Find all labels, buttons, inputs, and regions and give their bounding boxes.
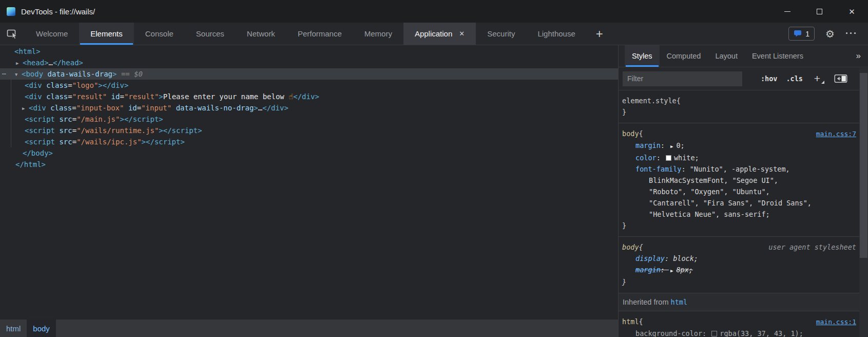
stylesheet-link[interactable]: main.css:7 xyxy=(816,128,856,140)
tab-console[interactable]: Console xyxy=(134,23,185,45)
filter-input[interactable] xyxy=(623,71,742,86)
sidebar-tab-computed[interactable]: Computed xyxy=(660,45,708,67)
settings-gear-icon[interactable]: ⚙ xyxy=(825,28,835,40)
property-value[interactable]: block; xyxy=(673,254,698,263)
inspect-icon xyxy=(6,28,18,40)
dom-node[interactable]: <div class="result" id="result">Please e… xyxy=(0,91,618,102)
sidebar-tab-layout[interactable]: Layout xyxy=(708,45,745,67)
expand-arrow-right-icon[interactable]: ▶ xyxy=(670,268,673,273)
dom-node[interactable]: <script src="/wails/runtime.js"></script… xyxy=(0,125,618,136)
more-options-icon[interactable]: ··· xyxy=(845,28,858,39)
dom-node[interactable]: <div class="logo"></div> xyxy=(0,80,618,91)
expand-arrow-down-icon[interactable]: ▼ xyxy=(15,69,22,80)
dom-node[interactable]: <script src="/wails/ipc.js"></script> xyxy=(0,136,618,147)
rule-selector[interactable]: html xyxy=(622,316,639,327)
inherited-node-link[interactable]: html xyxy=(671,298,688,306)
property-value[interactable]: rgba(33, 37, 43, 1); xyxy=(720,329,803,337)
node-content: ▶<div class="input-box" id="input" data-… xyxy=(0,102,288,114)
dom-node[interactable]: </body> xyxy=(0,147,618,159)
tab-performance[interactable]: Performance xyxy=(286,23,353,45)
node-content: <script src="/wails/ipc.js"></script> xyxy=(0,136,185,147)
property-name[interactable]: margin xyxy=(635,141,661,149)
token-attr: data-wails-drag xyxy=(43,70,112,78)
issues-counter-button[interactable]: 1 xyxy=(788,27,815,41)
token-text: = xyxy=(137,104,141,112)
css-property[interactable]: display: block; xyxy=(622,253,856,264)
breadcrumb-body[interactable]: body xyxy=(27,320,56,337)
tab-sources[interactable]: Sources xyxy=(185,23,236,45)
tab-elements[interactable]: Elements xyxy=(79,23,134,45)
color-swatch[interactable] xyxy=(666,155,671,161)
new-style-rule-button[interactable]: + xyxy=(813,72,822,85)
close-tab-icon[interactable]: ✕ xyxy=(459,30,465,38)
tab-label: Console xyxy=(145,29,173,38)
css-property[interactable]: font-family: "Nunito", -apple-system, xyxy=(622,163,856,175)
sidebar-tab-event-listeners[interactable]: Event Listeners xyxy=(745,45,811,67)
rule-selector-line: body {main.css:7 xyxy=(622,128,856,140)
expand-arrow-right-icon[interactable]: ▶ xyxy=(22,103,29,114)
property-name[interactable]: color xyxy=(635,154,657,162)
tab-lighthouse[interactable]: Lighthouse xyxy=(526,23,586,45)
breadcrumb-html[interactable]: html xyxy=(0,320,27,337)
expand-arrow-right-icon[interactable]: ▶ xyxy=(16,58,23,69)
token-text: = xyxy=(68,81,72,89)
css-property[interactable]: margin: ▶0; xyxy=(622,140,856,152)
sidebar-tab-styles[interactable]: Styles xyxy=(625,45,660,67)
css-property[interactable]: background-color: rgba(33, 37, 43, 1); xyxy=(622,328,856,337)
property-name[interactable]: font-family xyxy=(635,165,681,173)
elements-panel: <html>▶<head>…</head>⋯▼<body data-wails-… xyxy=(0,45,619,337)
dom-node[interactable]: ▶<head>…</head> xyxy=(0,57,618,68)
rule-selector[interactable]: body xyxy=(622,241,639,253)
add-tab-button[interactable]: + xyxy=(587,23,612,45)
token-tag: > xyxy=(159,92,163,101)
close-brace: } xyxy=(622,106,856,118)
toggle-computed-sidebar-button[interactable] xyxy=(834,73,847,84)
property-value[interactable]: white; xyxy=(674,154,699,162)
inspect-element-button[interactable] xyxy=(0,23,25,45)
rule-selector[interactable]: element.style xyxy=(622,95,677,106)
styles-panel: StylesComputedLayoutEvent Listeners» :ho… xyxy=(619,45,868,337)
property-name[interactable]: display xyxy=(635,254,665,263)
tab-label: Sources xyxy=(196,29,224,38)
node-content: </html> xyxy=(0,159,46,170)
rule-selector[interactable]: body xyxy=(622,128,639,139)
node-content: <script src="/main.js"></script> xyxy=(0,114,163,125)
property-value[interactable]: 0; xyxy=(676,141,684,149)
property-value[interactable]: 8px; xyxy=(676,266,693,274)
tab-welcome[interactable]: Welcome xyxy=(25,23,79,45)
token-tag: </html> xyxy=(15,160,46,168)
toggle-element-state-button[interactable]: :hov xyxy=(761,74,778,83)
styles-scrollbar-track[interactable] xyxy=(859,68,868,337)
tab-security[interactable]: Security xyxy=(476,23,526,45)
dom-node[interactable]: <html> xyxy=(0,46,618,57)
css-property[interactable]: color: white; xyxy=(622,152,856,163)
dom-node[interactable]: ▶<div class="input-box" id="input" data-… xyxy=(0,102,618,114)
property-value[interactable]: "Nunito", -apple-system, xyxy=(690,165,790,173)
node-content: <script src="/wails/runtime.js"></script… xyxy=(0,125,202,136)
tab-memory[interactable]: Memory xyxy=(353,23,403,45)
styles-scrollbar-thumb[interactable] xyxy=(860,73,867,258)
inherited-from-header: Inherited from html xyxy=(619,293,859,311)
close-button[interactable]: ✕ xyxy=(836,0,868,23)
property-name[interactable]: background-color xyxy=(635,329,702,337)
sidebar-tabs-overflow-icon[interactable]: » xyxy=(856,45,868,67)
expand-arrow-right-icon[interactable]: ▶ xyxy=(670,144,673,149)
open-brace: { xyxy=(639,241,643,253)
css-property[interactable]: margin: ▶8px; xyxy=(622,264,856,276)
token-str: "/wails/runtime.js" xyxy=(76,126,159,135)
tab-network[interactable]: Network xyxy=(236,23,286,45)
tab-label: Security xyxy=(487,29,515,38)
stylesheet-link[interactable]: main.css:1 xyxy=(816,316,856,328)
dom-node[interactable]: <script src="/main.js"></script> xyxy=(0,114,618,125)
element-classes-button[interactable]: .cls xyxy=(786,74,803,83)
title-bar: DevTools - file://wails/ ✕ xyxy=(0,0,868,23)
minimize-button[interactable] xyxy=(771,0,803,23)
maximize-button[interactable] xyxy=(803,0,836,23)
dom-node[interactable]: </html> xyxy=(0,159,618,170)
property-name[interactable]: margin xyxy=(635,266,661,274)
dom-node[interactable]: ⋯▼<body data-wails-drag> == $0 xyxy=(0,68,618,80)
tab-label: Memory xyxy=(364,29,392,38)
color-swatch[interactable] xyxy=(711,331,717,336)
tab-application[interactable]: Application✕ xyxy=(403,23,476,45)
node-menu-dots-icon[interactable]: ⋯ xyxy=(2,68,7,80)
